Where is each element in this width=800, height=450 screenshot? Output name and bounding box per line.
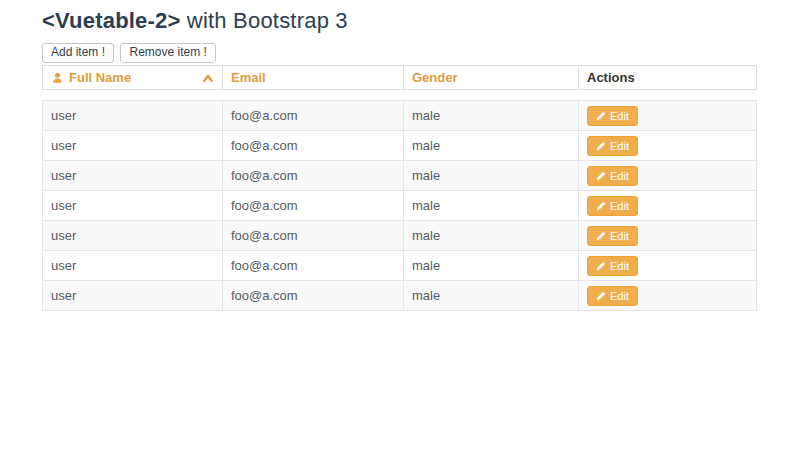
edit-button[interactable]: Edit (587, 136, 638, 156)
cell-full-name: user (43, 281, 223, 311)
edit-button[interactable]: Edit (587, 166, 638, 186)
cell-email: foo@a.com (223, 251, 404, 281)
cell-actions: Edit (579, 221, 757, 251)
column-header-label: Full Name (69, 70, 131, 85)
cell-actions: Edit (579, 131, 757, 161)
column-header-actions: Actions (579, 66, 757, 90)
edit-button[interactable]: Edit (587, 196, 638, 216)
page-container: <Vuetable-2> with Bootstrap 3 Add item !… (0, 0, 800, 311)
column-header-gender[interactable]: Gender (404, 66, 579, 90)
cell-full-name: user (43, 131, 223, 161)
page-title-highlight: <Vuetable-2> (42, 8, 181, 33)
cell-full-name: user (43, 161, 223, 191)
cell-gender: male (404, 101, 579, 131)
edit-button[interactable]: Edit (587, 226, 638, 246)
table-row: user foo@a.com male Edit (43, 101, 757, 131)
cell-email: foo@a.com (223, 101, 404, 131)
table-row: user foo@a.com male Edit (43, 161, 757, 191)
column-header-email[interactable]: Email (223, 66, 404, 90)
column-header-label: Actions (587, 70, 635, 85)
cell-gender: male (404, 221, 579, 251)
column-header-label: Gender (412, 70, 458, 85)
cell-actions: Edit (579, 281, 757, 311)
edit-button-label: Edit (610, 170, 629, 182)
data-table: user foo@a.com male Edit user foo@a.com … (42, 100, 757, 311)
cell-actions: Edit (579, 101, 757, 131)
pencil-icon (596, 261, 606, 271)
cell-gender: male (404, 191, 579, 221)
cell-gender: male (404, 251, 579, 281)
table-body: user foo@a.com male Edit user foo@a.com … (43, 101, 757, 311)
remove-item-button[interactable]: Remove item ! (120, 43, 215, 63)
edit-button-label: Edit (610, 110, 629, 122)
table-header: Full Name Email Gender (42, 65, 757, 90)
table-row: user foo@a.com male Edit (43, 221, 757, 251)
cell-email: foo@a.com (223, 191, 404, 221)
column-header-full-name[interactable]: Full Name (43, 66, 223, 90)
header-row: Full Name Email Gender (43, 66, 757, 90)
page-title-rest: with Bootstrap 3 (181, 8, 348, 33)
cell-full-name: user (43, 221, 223, 251)
user-icon (51, 71, 64, 84)
cell-gender: male (404, 161, 579, 191)
pencil-icon (596, 141, 606, 151)
pencil-icon (596, 171, 606, 181)
table-row: user foo@a.com male Edit (43, 281, 757, 311)
pencil-icon (596, 231, 606, 241)
cell-full-name: user (43, 251, 223, 281)
edit-button[interactable]: Edit (587, 106, 638, 126)
cell-actions: Edit (579, 191, 757, 221)
table-row: user foo@a.com male Edit (43, 251, 757, 281)
column-header-label: Email (231, 70, 266, 85)
table-row: user foo@a.com male Edit (43, 191, 757, 221)
table-row: user foo@a.com male Edit (43, 131, 757, 161)
pencil-icon (596, 291, 606, 301)
page-title: <Vuetable-2> with Bootstrap 3 (42, 9, 758, 33)
toolbar: Add item ! Remove item ! (42, 42, 758, 63)
cell-full-name: user (43, 191, 223, 221)
edit-button-label: Edit (610, 260, 629, 272)
edit-button[interactable]: Edit (587, 256, 638, 276)
edit-button-label: Edit (610, 140, 629, 152)
cell-gender: male (404, 131, 579, 161)
cell-full-name: user (43, 101, 223, 131)
edit-button-label: Edit (610, 230, 629, 242)
cell-actions: Edit (579, 161, 757, 191)
add-item-button[interactable]: Add item ! (42, 43, 114, 63)
cell-email: foo@a.com (223, 281, 404, 311)
pencil-icon (596, 111, 606, 121)
cell-email: foo@a.com (223, 221, 404, 251)
cell-email: foo@a.com (223, 131, 404, 161)
cell-actions: Edit (579, 251, 757, 281)
cell-gender: male (404, 281, 579, 311)
edit-button-label: Edit (610, 290, 629, 302)
edit-button-label: Edit (610, 200, 629, 212)
sort-asc-icon (202, 73, 214, 83)
edit-button[interactable]: Edit (587, 286, 638, 306)
cell-email: foo@a.com (223, 161, 404, 191)
pencil-icon (596, 201, 606, 211)
